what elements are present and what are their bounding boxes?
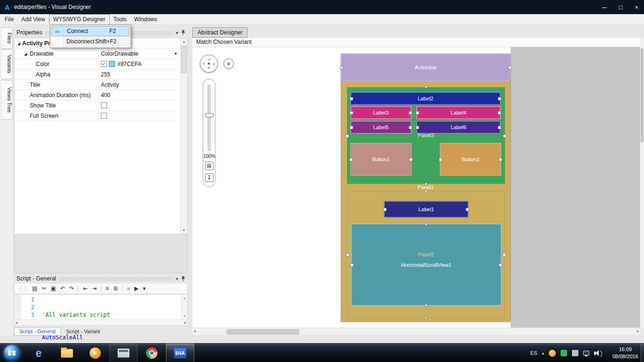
expander-icon[interactable]: ◢: [24, 52, 27, 56]
view-button2[interactable]: Button2: [440, 143, 501, 176]
chevron-down-icon[interactable]: ▾: [174, 51, 177, 56]
view-button1[interactable]: Button1: [350, 143, 412, 176]
indent-icon[interactable]: ⇥: [92, 286, 97, 291]
network-icon[interactable]: [583, 351, 589, 355]
tray-orange-icon[interactable]: [549, 350, 556, 357]
run-script-icon[interactable]: ▶: [134, 286, 139, 291]
view-panel2[interactable]: Label1 HorizontalScrollView1 Panel2: [347, 191, 505, 318]
show-desktop-button[interactable]: [641, 344, 644, 362]
import-layout-button[interactable]: ↧: [205, 173, 214, 182]
tray-green-icon[interactable]: [561, 350, 567, 356]
chrome-button[interactable]: [138, 344, 166, 362]
pan-left-icon[interactable]: ›: [203, 61, 205, 66]
file-explorer-button[interactable]: [53, 344, 81, 362]
script-horizontal-scrollbar[interactable]: ◂ ▸: [14, 320, 188, 326]
undo-icon[interactable]: ↶: [60, 286, 65, 291]
media-player-button[interactable]: ▶: [81, 344, 109, 362]
design-canvas[interactable]: › › › › « 100% ⊞ ↧ Panel1 Actionba: [192, 47, 640, 328]
comment-icon[interactable]: ≡: [106, 286, 109, 291]
zoom-slider-thumb[interactable]: [205, 113, 214, 117]
show-title-checkbox[interactable]: [101, 102, 107, 108]
menu-windows[interactable]: Windows: [131, 14, 161, 25]
scroll-up-icon[interactable]: ▴: [181, 38, 187, 45]
pan-right-icon[interactable]: ›: [213, 61, 215, 66]
view-label1[interactable]: Label1: [384, 201, 469, 218]
paste-icon[interactable]: ▣: [50, 286, 56, 291]
match-chosen-variant-button[interactable]: Match Chosen Variant: [196, 39, 252, 45]
color-value[interactable]: #87CEFA: [117, 61, 141, 67]
copy-icon[interactable]: ▤: [32, 286, 37, 291]
zoom-fit-button[interactable]: ⊞: [205, 162, 214, 170]
properties-scrollbar[interactable]: ▴ ▾: [180, 38, 187, 234]
color-swatch[interactable]: [109, 61, 115, 67]
pin-icon[interactable]: [181, 30, 185, 35]
menu-wysiwyg-designer[interactable]: WYSIWYG Designer: [49, 14, 110, 25]
sidebar-tab-files[interactable]: Files: [1, 27, 13, 49]
taskbar-clock[interactable]: 16:09 08/08/2016: [612, 346, 638, 360]
drawable-value-dropdown[interactable]: ColorDrawable ▾: [99, 49, 187, 58]
cut-icon[interactable]: ✂: [41, 286, 46, 291]
script-vertical-scrollbar[interactable]: ▴ ▾: [181, 295, 187, 320]
collapse-controls-button[interactable]: «: [223, 58, 234, 69]
scrollbar-thumb[interactable]: [641, 48, 644, 142]
search-icon[interactable]: ⌕: [127, 286, 130, 291]
view-label6[interactable]: Label6: [416, 121, 501, 134]
code-lines[interactable]: 'All variants script AutoScaleAll: [37, 295, 181, 320]
color-checkbox[interactable]: ✓: [101, 61, 107, 67]
tray-gray-icon[interactable]: [572, 350, 578, 356]
uncomment-icon[interactable]: ≣: [113, 286, 118, 291]
scrollbar-thumb[interactable]: [226, 329, 299, 335]
menu-item-connect[interactable]: ∞ Connect F2: [51, 26, 130, 36]
selection-handle[interactable]: [425, 183, 427, 185]
chevron-down-icon[interactable]: ▾: [176, 30, 178, 35]
scroll-up-icon[interactable]: ▴: [182, 295, 188, 302]
pan-control[interactable]: › › › ›: [200, 55, 218, 73]
animation-duration-value[interactable]: 400: [101, 92, 110, 99]
scrollbar-thumb[interactable]: [181, 46, 187, 73]
view-panel3[interactable]: Label2 Label3 Label4 Label5 Label6 Panel…: [347, 87, 505, 184]
title-value[interactable]: Activity: [101, 82, 119, 88]
selection-handle[interactable]: [425, 304, 427, 306]
selection-handle[interactable]: [425, 86, 427, 88]
tab-script-variant[interactable]: Script - Variant: [61, 328, 105, 336]
tab-abstract-designer[interactable]: Abstract Designer: [192, 27, 248, 38]
view-actionbar[interactable]: Actionbar: [341, 54, 511, 81]
sidebar-tab-views-tree[interactable]: Views Tree: [1, 80, 13, 120]
menu-tools[interactable]: Tools: [110, 14, 131, 25]
scroll-left-icon[interactable]: ◂: [16, 320, 17, 326]
view-horizontalscrollview1[interactable]: HorizontalScrollView1: [351, 223, 502, 306]
chevron-down-icon[interactable]: ▾: [176, 276, 178, 281]
scroll-down-icon[interactable]: ▾: [182, 313, 188, 320]
maximize-button[interactable]: □: [619, 4, 623, 11]
outdent-icon[interactable]: ⇤: [83, 286, 88, 291]
app-window-button[interactable]: [109, 344, 138, 362]
language-indicator[interactable]: ES: [530, 350, 537, 356]
tab-script-general[interactable]: Script - General: [14, 328, 61, 336]
expander-icon[interactable]: ◢: [17, 41, 20, 46]
close-button[interactable]: ×: [635, 4, 638, 11]
show-hidden-icons[interactable]: ▴: [542, 351, 544, 355]
menu-item-disconnect[interactable]: Disconnect Shift+F2: [51, 36, 130, 47]
view-label2[interactable]: Label2: [350, 92, 501, 105]
chevron-down-icon[interactable]: ▾: [143, 286, 146, 291]
scroll-down-icon[interactable]: ▾: [181, 227, 187, 234]
selection-handle[interactable]: [425, 317, 427, 319]
alpha-value[interactable]: 255: [101, 71, 110, 78]
view-label4[interactable]: Label4: [416, 106, 501, 119]
menu-file[interactable]: File: [1, 14, 17, 25]
pan-up-icon[interactable]: ›: [206, 59, 212, 61]
redo-icon[interactable]: ↷: [69, 286, 74, 291]
zoom-slider-track[interactable]: [208, 85, 210, 151]
scroll-left-icon[interactable]: ◂: [194, 329, 196, 333]
volume-icon[interactable]: [594, 352, 596, 355]
scroll-right-icon[interactable]: ▸: [637, 329, 639, 333]
pin-icon[interactable]: [181, 276, 185, 281]
b4a-button[interactable]: B4A: [166, 344, 194, 362]
scroll-right-icon[interactable]: ▸: [184, 320, 186, 326]
menu-add-view[interactable]: Add View: [17, 14, 49, 25]
full-screen-checkbox[interactable]: [101, 113, 107, 119]
sidebar-tab-variants[interactable]: Variants: [1, 49, 13, 79]
selection-handle[interactable]: [425, 223, 427, 225]
start-button[interactable]: [4, 345, 20, 361]
minimize-button[interactable]: ─: [602, 4, 606, 11]
